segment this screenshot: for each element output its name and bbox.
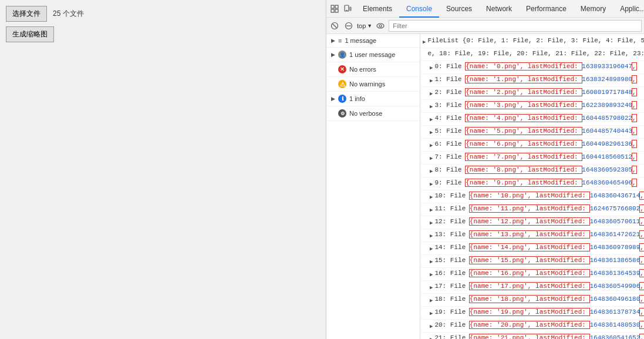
file-expand-arrow[interactable]: ▶: [430, 296, 433, 306]
file-entry-15: 15: File {name: '15.png', lastModified: …: [434, 256, 644, 265]
svg-point-12: [379, 25, 382, 27]
console-line-file-10: ▶ 10: File {name: '10.png', lastModified…: [420, 190, 644, 203]
tab-sources[interactable]: Sources: [439, 0, 479, 18]
svg-rect-3: [335, 9, 338, 12]
file-entry-4: 4: File {name: '4.png', lastModified: 16…: [434, 113, 636, 123]
msg-label-warnings: No warnings: [349, 80, 385, 88]
file-entry-17: 17: File {name: '17.png', lastModified: …: [434, 281, 644, 291]
file-entry-7: 7: File {name: '7.png', lastModified: 16…: [434, 152, 636, 162]
svg-point-11: [377, 24, 384, 28]
file-expand-arrow[interactable]: ▶: [430, 219, 433, 228]
file-expand-arrow[interactable]: ▶: [430, 167, 433, 176]
msg-item-warnings[interactable]: ▶ ⚠ No warnings: [326, 77, 420, 92]
msg-label-user: 1 user message: [349, 51, 395, 58]
msg-label-errors: No errors: [349, 66, 376, 73]
msg-item-user[interactable]: ▶ 👤 1 user message: [326, 48, 420, 62]
tab-network[interactable]: Network: [479, 0, 519, 18]
svg-rect-0: [331, 5, 334, 8]
file-expand-arrow[interactable]: ▶: [430, 63, 433, 73]
console-line-file-16: ▶ 16: File {name: '16.png', lastModified…: [420, 268, 644, 281]
msg-label-info: 1 info: [349, 95, 365, 102]
file-rows-container: ▶ 0: File {name: '0.png', lastModified: …: [420, 61, 644, 339]
file-entry-10: 10: File {name: '10.png', lastModified: …: [434, 191, 644, 200]
messages-sidebar: ▶ ≡ 1 message ▶ 👤 1 user message ▶ ✕ No …: [326, 34, 420, 339]
console-line-file-0: ▶ 0: File {name: '0.png', lastModified: …: [420, 61, 644, 74]
file-expand-arrow[interactable]: ▶: [430, 335, 433, 339]
file-expand-arrow[interactable]: ▶: [430, 115, 433, 125]
context-label: top: [357, 22, 366, 29]
context-selector[interactable]: top ▼: [357, 22, 372, 29]
file-entry-19: 19: File {name: '19.png', lastModified: …: [434, 307, 644, 317]
generate-thumbnail-button[interactable]: 生成缩略图: [6, 26, 54, 42]
file-expand-arrow[interactable]: ▶: [430, 206, 433, 215]
eye-icon[interactable]: [375, 20, 386, 32]
file-expand-arrow[interactable]: ▶: [430, 231, 433, 241]
console-line-file-1: ▶ 1: File {name: '1.png', lastModified: …: [420, 74, 644, 87]
device-toolbar-icon[interactable]: [342, 3, 353, 15]
inspect-icon[interactable]: [329, 3, 340, 15]
msg-user-arrow: ▶: [331, 52, 335, 58]
filelist-cont-text: e, 18: File, 19: File, 20: File, 21: Fil…: [427, 49, 644, 58]
user-icon: 👤: [338, 51, 346, 59]
expand-filelist-arrow[interactable]: ▶: [423, 38, 426, 47]
file-entry-12: 12: File {name: '12.png', lastModified: …: [434, 217, 644, 226]
tab-console[interactable]: Console: [399, 0, 439, 18]
msg-item-errors[interactable]: ▶ ✕ No errors: [326, 62, 420, 77]
filter-input[interactable]: [389, 20, 642, 32]
clear-console-icon[interactable]: [329, 20, 340, 32]
file-expand-arrow[interactable]: ▶: [430, 76, 433, 86]
file-expand-arrow[interactable]: ▶: [430, 257, 433, 267]
tab-application[interactable]: Applic...: [613, 0, 644, 18]
console-line-file-7: ▶ 7: File {name: '7.png', lastModified: …: [420, 152, 644, 165]
msg-item-verbose[interactable]: ▶ ⚙ No verbose: [326, 106, 420, 121]
console-line-file-4: ▶ 4: File {name: '4.png', lastModified: …: [420, 113, 644, 126]
console-line-file-15: ▶ 15: File {name: '15.png', lastModified…: [420, 255, 644, 268]
console-line-file-21: ▶ 21: File {name: '21.png', lastModified…: [420, 333, 644, 339]
file-expand-arrow[interactable]: ▶: [430, 154, 433, 163]
msg-item-all[interactable]: ▶ ≡ 1 message: [326, 34, 420, 48]
block-network-icon[interactable]: [343, 20, 355, 32]
file-expand-arrow[interactable]: ▶: [430, 141, 433, 150]
file-entry-2: 2: File {name: '2.png', lastModified: 16…: [434, 88, 636, 97]
console-line-file-12: ▶ 12: File {name: '12.png', lastModified…: [420, 216, 644, 229]
tab-memory[interactable]: Memory: [574, 0, 613, 18]
console-line-file-9: ▶ 9: File {name: '9.png', lastModified: …: [420, 177, 644, 190]
file-entry-8: 8: File {name: '8.png', lastModified: 16…: [434, 165, 636, 174]
file-expand-arrow[interactable]: ▶: [430, 128, 433, 137]
tab-elements[interactable]: Elements: [356, 0, 399, 18]
msg-label-all: 1 message: [345, 37, 376, 44]
file-expand-arrow[interactable]: ▶: [430, 180, 433, 189]
file-entry-16: 16: File {name: '16.png', lastModified: …: [434, 268, 644, 278]
devtools-tab-bar: Elements Console Sources Network Perform…: [326, 0, 644, 18]
file-entry-0: 0: File {name: '0.png', lastModified: 16…: [434, 62, 636, 71]
console-line-filelist-header: ▶ FileList {0: File, 1: File, 2: File, 3…: [420, 35, 644, 48]
msg-item-info[interactable]: ▶ ℹ 1 info: [326, 92, 420, 106]
warning-icon: ⚠: [338, 80, 346, 88]
console-line-file-19: ▶ 19: File {name: '19.png', lastModified…: [420, 307, 644, 320]
file-entry-3: 3: File {name: '3.png', lastModified: 16…: [434, 100, 636, 110]
list-icon: ≡: [338, 37, 342, 44]
file-expand-arrow[interactable]: ▶: [430, 193, 433, 202]
console-line-file-6: ▶ 6: File {name: '6.png', lastModified: …: [420, 139, 644, 152]
file-entry-5: 5: File {name: '5.png', lastModified: 16…: [434, 126, 636, 136]
file-expand-arrow[interactable]: ▶: [430, 283, 433, 293]
filelist-header-text: FileList {0: File, 1: File, 2: File, 3: …: [427, 36, 644, 45]
file-entry-18: 18: File {name: '18.png', lastModified: …: [434, 294, 644, 304]
console-line-file-20: ▶ 20: File {name: '20.png', lastModified…: [420, 320, 644, 333]
select-file-button[interactable]: 选择文件: [6, 6, 47, 22]
file-count: 25 个文件: [53, 9, 84, 19]
msg-info-arrow: ▶: [331, 96, 335, 102]
console-line-file-5: ▶ 5: File {name: '5.png', lastModified: …: [420, 126, 644, 139]
file-expand-arrow[interactable]: ▶: [430, 102, 433, 112]
left-panel: 选择文件 25 个文件 生成缩略图: [0, 0, 326, 339]
svg-line-8: [333, 24, 337, 28]
file-expand-arrow[interactable]: ▶: [430, 89, 433, 99]
file-expand-arrow[interactable]: ▶: [430, 270, 433, 280]
file-expand-arrow[interactable]: ▶: [430, 309, 433, 318]
tab-performance[interactable]: Performance: [519, 0, 574, 18]
file-entry-20: 20: File {name: '20.png', lastModified: …: [434, 320, 644, 330]
console-output[interactable]: ▶ FileList {0: File, 1: File, 2: File, 3…: [420, 34, 644, 339]
file-entry-13: 13: File {name: '13.png', lastModified: …: [434, 230, 644, 239]
file-expand-arrow[interactable]: ▶: [430, 244, 433, 254]
file-expand-arrow[interactable]: ▶: [430, 322, 433, 331]
